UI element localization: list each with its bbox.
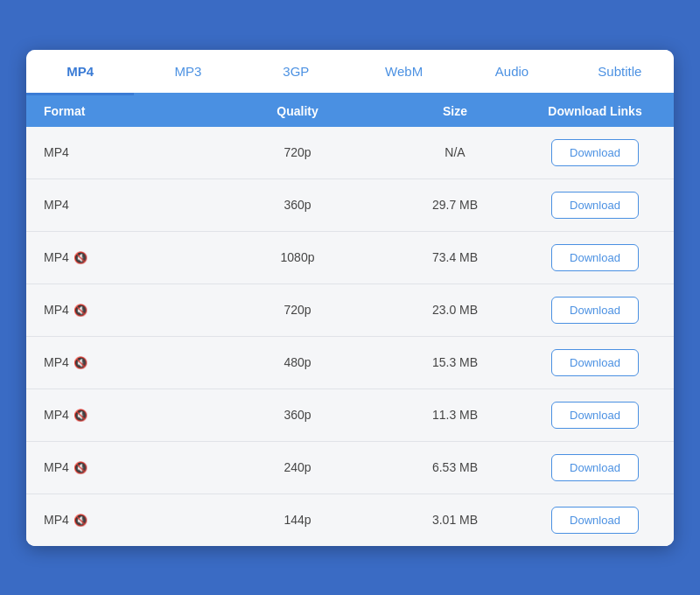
format-cell: MP4🔇 <box>44 513 219 527</box>
size-cell: N/A <box>376 145 534 159</box>
size-cell: 23.0 MB <box>376 303 534 317</box>
download-cell: Download <box>534 349 656 376</box>
mute-icon: 🔇 <box>74 356 88 369</box>
mute-icon: 🔇 <box>74 304 88 317</box>
size-cell: 3.01 MB <box>376 513 534 527</box>
quality-cell: 360p <box>219 198 376 212</box>
format-label: MP4🔇 <box>44 303 219 317</box>
format-label: MP4🔇 <box>44 460 219 474</box>
download-cell: Download <box>534 139 656 166</box>
download-button[interactable]: Download <box>551 244 639 271</box>
quality-cell: 720p <box>219 145 376 159</box>
tab-mp4[interactable]: MP4 <box>26 50 134 95</box>
quality-cell: 240p <box>219 460 376 474</box>
tab-bar: MP4MP33GPWebMAudioSubtitle <box>26 50 674 95</box>
table-row: MP4🔇144p3.01 MBDownload <box>26 494 674 546</box>
tab-audio[interactable]: Audio <box>458 50 565 93</box>
size-cell: 15.3 MB <box>376 355 534 369</box>
download-button[interactable]: Download <box>551 297 639 324</box>
header-col-3: Download Links <box>534 104 656 118</box>
header-col-2: Size <box>376 104 534 118</box>
quality-cell: 360p <box>219 408 376 422</box>
size-cell: 73.4 MB <box>376 250 534 264</box>
table-body: MP4720pN/ADownloadMP4360p29.7 MBDownload… <box>26 127 674 546</box>
size-cell: 11.3 MB <box>376 408 534 422</box>
table-row: MP4360p29.7 MBDownload <box>26 179 674 232</box>
download-cell: Download <box>534 402 656 429</box>
table-row: MP4🔇480p15.3 MBDownload <box>26 337 674 389</box>
size-cell: 6.53 MB <box>376 460 534 474</box>
table-row: MP4720pN/ADownload <box>26 127 674 179</box>
header-col-0: Format <box>44 104 219 118</box>
format-label: MP4🔇 <box>44 408 219 422</box>
download-cell: Download <box>534 297 656 324</box>
quality-cell: 1080p <box>219 250 376 264</box>
download-cell: Download <box>534 192 656 219</box>
quality-cell: 480p <box>219 355 376 369</box>
format-cell: MP4 <box>44 198 219 212</box>
table-row: MP4🔇240p6.53 MBDownload <box>26 442 674 494</box>
format-label: MP4🔇 <box>44 355 219 369</box>
table-header: FormatQualitySizeDownload Links <box>26 95 674 127</box>
tab-webm[interactable]: WebM <box>350 50 458 93</box>
tab-subtitle[interactable]: Subtitle <box>566 50 674 93</box>
quality-cell: 144p <box>219 513 376 527</box>
mute-icon: 🔇 <box>74 461 88 474</box>
table-row: MP4🔇1080p73.4 MBDownload <box>26 232 674 284</box>
format-cell: MP4🔇 <box>44 303 219 317</box>
header-col-1: Quality <box>219 104 376 118</box>
format-label: MP4 <box>44 145 219 159</box>
main-container: MP4MP33GPWebMAudioSubtitle FormatQuality… <box>26 50 674 546</box>
format-label: MP4 <box>44 198 219 212</box>
mute-icon: 🔇 <box>74 251 88 264</box>
size-cell: 29.7 MB <box>376 198 534 212</box>
download-cell: Download <box>534 507 656 534</box>
format-cell: MP4🔇 <box>44 460 219 474</box>
format-label: MP4🔇 <box>44 513 219 527</box>
download-button[interactable]: Download <box>551 349 639 376</box>
tab-3gp[interactable]: 3GP <box>242 50 350 93</box>
format-cell: MP4🔇 <box>44 408 219 422</box>
format-cell: MP4🔇 <box>44 355 219 369</box>
format-label: MP4🔇 <box>44 250 219 264</box>
quality-cell: 720p <box>219 303 376 317</box>
download-button[interactable]: Download <box>551 192 639 219</box>
download-cell: Download <box>534 454 656 481</box>
table-row: MP4🔇360p11.3 MBDownload <box>26 389 674 442</box>
table-row: MP4🔇720p23.0 MBDownload <box>26 284 674 337</box>
download-button[interactable]: Download <box>551 139 639 166</box>
download-button[interactable]: Download <box>551 454 639 481</box>
tab-mp3[interactable]: MP3 <box>134 50 242 93</box>
mute-icon: 🔇 <box>74 514 88 527</box>
download-cell: Download <box>534 244 656 271</box>
download-button[interactable]: Download <box>551 507 639 534</box>
mute-icon: 🔇 <box>74 409 88 422</box>
format-cell: MP4🔇 <box>44 250 219 264</box>
format-cell: MP4 <box>44 145 219 159</box>
download-button[interactable]: Download <box>551 402 639 429</box>
